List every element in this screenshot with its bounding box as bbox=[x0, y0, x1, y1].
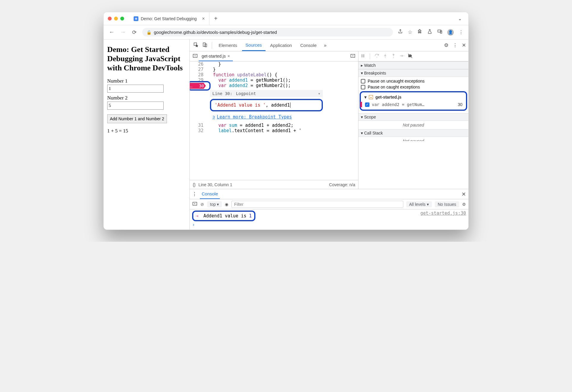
learn-more-link[interactable]: ➲ Learn more: Breakpoint Types bbox=[210, 113, 323, 121]
console-drawer: ⋮ Console ✕ ⊘ top ▾ ◉ All levels ▾ No Is… bbox=[190, 189, 468, 230]
step-over-icon[interactable] bbox=[374, 53, 380, 59]
line-number[interactable]: 32 bbox=[190, 128, 208, 133]
drawer-close-icon[interactable]: ✕ bbox=[462, 191, 466, 197]
logpoint-marker[interactable]: 30 bbox=[190, 83, 206, 89]
tab-sources[interactable]: Sources bbox=[242, 39, 266, 51]
tab-elements[interactable]: Elements bbox=[215, 39, 241, 51]
devtools: Elements Sources Application Console » ⚙… bbox=[190, 39, 468, 230]
pretty-print-icon[interactable]: {} bbox=[193, 182, 195, 187]
arrow-circle-icon: ➲ bbox=[212, 114, 215, 120]
step-out-icon[interactable] bbox=[391, 53, 396, 59]
console-log-entry[interactable]: ⇢ Addend1 value is 1 bbox=[196, 212, 252, 219]
breakpoint-file-group[interactable]: ▾ ∘get-started.js bbox=[363, 94, 464, 101]
line-number[interactable]: 27 bbox=[190, 67, 208, 72]
code-area[interactable]: 26 } 27 } 28 function updateLabel() { 29… bbox=[190, 61, 358, 180]
logpoint-output-icon: ⇢ bbox=[196, 213, 200, 219]
source-editor: get-started.js × 26 } 27 } 28 function u… bbox=[190, 51, 358, 189]
minimize-window-icon[interactable] bbox=[114, 17, 118, 20]
browser-tab[interactable]: ◈ Demo: Get Started Debugging × bbox=[129, 12, 209, 25]
page-heading: Demo: Get Started Debugging JavaScript w… bbox=[107, 45, 186, 73]
scope-not-paused: Not paused bbox=[358, 121, 468, 129]
console-toolbar: ⊘ top ▾ ◉ All levels ▾ No Issues ⚙ bbox=[190, 199, 468, 209]
tab-title: Demo: Get Started Debugging bbox=[141, 16, 197, 21]
add-button[interactable]: Add Number 1 and Number 2 bbox=[107, 114, 167, 123]
number2-input[interactable] bbox=[107, 102, 164, 110]
bookmark-icon[interactable]: ☆ bbox=[408, 29, 412, 35]
context-selector[interactable]: top ▾ bbox=[207, 201, 222, 207]
debugger-toolbar bbox=[358, 51, 468, 61]
file-tab-close-icon[interactable]: × bbox=[227, 54, 230, 59]
line-number[interactable]: 28 bbox=[190, 72, 208, 78]
breakpoint-editor-header: Line 30: Logpoint ▾ bbox=[210, 90, 323, 97]
more-tabs-icon[interactable]: » bbox=[321, 43, 329, 48]
share-icon[interactable] bbox=[398, 29, 403, 36]
log-source-link[interactable]: get-started.js:30 bbox=[420, 211, 466, 216]
chevron-right-icon: › bbox=[192, 222, 195, 227]
result-text: 1 + 5 = 15 bbox=[107, 128, 186, 134]
close-window-icon[interactable] bbox=[108, 17, 112, 20]
settings-icon[interactable]: ⚙ bbox=[444, 42, 448, 48]
more-files-icon[interactable] bbox=[349, 53, 356, 60]
breakpoint-checkbox[interactable]: ✓ bbox=[365, 102, 369, 107]
forward-button[interactable]: → bbox=[120, 29, 126, 35]
reload-button[interactable]: ⟳ bbox=[131, 29, 138, 36]
pause-uncaught-checkbox[interactable]: Pause on uncaught exceptions bbox=[361, 78, 466, 84]
debugger-panel: ▸ Watch ▾ Breakpoints Pause on uncaught … bbox=[358, 51, 468, 189]
navigator-toggle-icon[interactable] bbox=[192, 53, 199, 60]
tab-close-icon[interactable]: × bbox=[202, 16, 205, 21]
live-expression-icon[interactable]: ◉ bbox=[225, 202, 228, 207]
maximize-window-icon[interactable] bbox=[120, 17, 124, 20]
devtools-close-icon[interactable]: ✕ bbox=[462, 42, 466, 48]
watch-section[interactable]: ▸ Watch bbox=[358, 61, 468, 69]
new-tab-button[interactable]: + bbox=[209, 15, 222, 22]
issues-button[interactable]: No Issues bbox=[435, 201, 459, 207]
address-bar: ← → ⟳ 🔒 googlechrome.github.io/devtools-… bbox=[104, 25, 468, 39]
file-tab[interactable]: get-started.js × bbox=[199, 51, 233, 61]
logpoint-indicator-icon bbox=[360, 102, 362, 107]
console-settings-icon[interactable]: ⚙ bbox=[462, 202, 466, 207]
line-number[interactable]: 31 bbox=[190, 123, 208, 128]
deactivate-breakpoints-icon[interactable] bbox=[407, 53, 413, 59]
step-icon[interactable] bbox=[399, 53, 404, 59]
devices-icon[interactable] bbox=[437, 29, 443, 36]
labs-icon[interactable] bbox=[427, 29, 432, 36]
pause-icon[interactable] bbox=[360, 53, 366, 59]
tabs-dropdown-icon[interactable]: ⌄ bbox=[456, 16, 464, 21]
back-button[interactable]: ← bbox=[108, 29, 115, 35]
scope-section[interactable]: ▾ Scope bbox=[358, 113, 468, 121]
chrome-menu-icon[interactable]: ⋮ bbox=[459, 29, 464, 35]
callstack-section[interactable]: ▾ Call Stack bbox=[358, 129, 468, 137]
line-number[interactable]: 26 bbox=[190, 61, 208, 67]
devtools-menu-icon[interactable]: ⋮ bbox=[453, 42, 458, 48]
pause-caught-checkbox[interactable]: Pause on caught exceptions bbox=[361, 84, 466, 90]
chevron-down-icon[interactable]: ▾ bbox=[318, 91, 320, 96]
log-levels-selector[interactable]: All levels ▾ bbox=[406, 201, 432, 207]
device-toggle-icon[interactable] bbox=[201, 42, 209, 49]
js-file-icon: ∘ bbox=[369, 95, 373, 99]
profile-avatar[interactable]: 👤 bbox=[447, 29, 454, 36]
tab-favicon-icon: ◈ bbox=[134, 16, 138, 21]
clear-console-icon[interactable]: ⊘ bbox=[200, 202, 204, 207]
log-message: Addend1 value is 1 bbox=[203, 213, 252, 219]
svg-point-7 bbox=[377, 57, 377, 57]
tab-application[interactable]: Application bbox=[267, 39, 296, 51]
number2-label: Number 2 bbox=[107, 95, 186, 101]
console-prompt[interactable]: › bbox=[192, 221, 466, 228]
extensions-icon[interactable] bbox=[417, 29, 422, 36]
svg-point-8 bbox=[385, 57, 385, 58]
step-into-icon[interactable] bbox=[383, 53, 388, 59]
drawer-tab-console[interactable]: Console bbox=[200, 189, 220, 199]
tab-console[interactable]: Console bbox=[297, 39, 320, 51]
breakpoints-section[interactable]: ▾ Breakpoints bbox=[358, 69, 468, 77]
inspect-icon[interactable] bbox=[192, 42, 200, 49]
console-filter-input[interactable] bbox=[231, 201, 403, 208]
number1-input[interactable] bbox=[107, 85, 164, 93]
drawer-menu-icon[interactable]: ⋮ bbox=[192, 191, 197, 197]
bp-type-dropdown[interactable]: Logpoint bbox=[236, 91, 256, 96]
logpoint-expression-input[interactable]: 'Addend1 value is ', addend1 bbox=[212, 101, 321, 110]
console-sidebar-toggle-icon[interactable] bbox=[192, 201, 197, 207]
browser-window: ◈ Demo: Get Started Debugging × + ⌄ ← → … bbox=[103, 12, 469, 230]
titlebar: ◈ Demo: Get Started Debugging × + ⌄ bbox=[104, 12, 468, 25]
url-field[interactable]: 🔒 googlechrome.github.io/devtools-sample… bbox=[142, 28, 393, 37]
breakpoint-entry[interactable]: ✓ var addend2 = getNum… 30 bbox=[363, 101, 464, 108]
